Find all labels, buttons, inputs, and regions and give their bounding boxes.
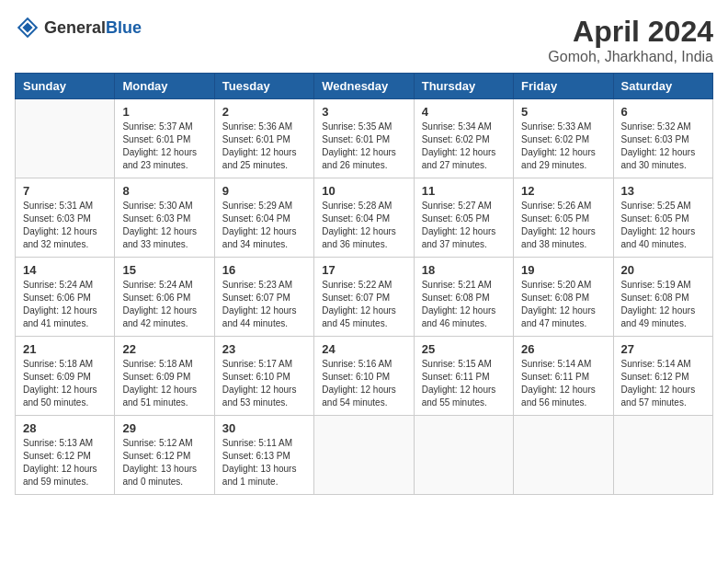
day-number: 11 (422, 184, 506, 198)
day-number: 3 (322, 105, 405, 119)
day-info: Sunrise: 5:26 AMSunset: 6:05 PMDaylight:… (521, 200, 605, 251)
day-info: Sunrise: 5:22 AMSunset: 6:07 PMDaylight:… (322, 279, 405, 330)
calendar-cell: 19Sunrise: 5:20 AMSunset: 6:08 PMDayligh… (514, 258, 613, 337)
day-number: 2 (222, 105, 306, 119)
day-number: 1 (122, 105, 206, 119)
weekday-header-sunday: Sunday (16, 74, 115, 99)
logo: GeneralBlue (15, 15, 142, 40)
logo-icon (15, 15, 40, 40)
logo-text: GeneralBlue (44, 18, 142, 38)
calendar-cell: 30Sunrise: 5:11 AMSunset: 6:13 PMDayligh… (214, 416, 313, 495)
day-number: 10 (322, 184, 405, 198)
day-number: 22 (122, 342, 206, 356)
day-number: 26 (521, 342, 605, 356)
calendar-cell: 26Sunrise: 5:14 AMSunset: 6:11 PMDayligh… (514, 337, 613, 416)
weekday-header-tuesday: Tuesday (214, 74, 313, 99)
calendar-cell: 8Sunrise: 5:30 AMSunset: 6:03 PMDaylight… (115, 178, 214, 258)
calendar-cell: 3Sunrise: 5:35 AMSunset: 6:01 PMDaylight… (314, 99, 414, 178)
title-block: April 2024 Gomoh, Jharkhand, India (548, 15, 713, 65)
day-info: Sunrise: 5:15 AMSunset: 6:11 PMDaylight:… (422, 358, 506, 409)
day-info: Sunrise: 5:30 AMSunset: 6:03 PMDaylight:… (122, 200, 206, 251)
calendar-cell: 18Sunrise: 5:21 AMSunset: 6:08 PMDayligh… (414, 258, 513, 337)
day-info: Sunrise: 5:37 AMSunset: 6:01 PMDaylight:… (122, 121, 206, 172)
day-number: 29 (122, 421, 206, 435)
day-info: Sunrise: 5:14 AMSunset: 6:12 PMDaylight:… (621, 358, 705, 409)
main-title: April 2024 (548, 15, 713, 49)
calendar-cell: 27Sunrise: 5:14 AMSunset: 6:12 PMDayligh… (613, 337, 712, 416)
weekday-header-wednesday: Wednesday (314, 74, 414, 99)
day-number: 7 (23, 184, 107, 198)
calendar-cell: 2Sunrise: 5:36 AMSunset: 6:01 PMDaylight… (214, 99, 313, 178)
day-number: 27 (621, 342, 705, 356)
week-row-5: 28Sunrise: 5:13 AMSunset: 6:12 PMDayligh… (16, 416, 713, 495)
calendar-cell (16, 99, 115, 178)
day-info: Sunrise: 5:36 AMSunset: 6:01 PMDaylight:… (222, 121, 306, 172)
calendar-cell: 1Sunrise: 5:37 AMSunset: 6:01 PMDaylight… (115, 99, 214, 178)
calendar-cell: 25Sunrise: 5:15 AMSunset: 6:11 PMDayligh… (414, 337, 513, 416)
day-info: Sunrise: 5:21 AMSunset: 6:08 PMDaylight:… (422, 279, 506, 330)
calendar-cell: 7Sunrise: 5:31 AMSunset: 6:03 PMDaylight… (16, 178, 115, 258)
day-info: Sunrise: 5:18 AMSunset: 6:09 PMDaylight:… (122, 358, 206, 409)
day-info: Sunrise: 5:14 AMSunset: 6:11 PMDaylight:… (521, 358, 605, 409)
calendar-cell: 4Sunrise: 5:34 AMSunset: 6:02 PMDaylight… (414, 99, 513, 178)
day-info: Sunrise: 5:28 AMSunset: 6:04 PMDaylight:… (322, 200, 405, 251)
day-number: 18 (422, 263, 506, 277)
day-number: 28 (23, 421, 107, 435)
weekday-header-friday: Friday (514, 74, 613, 99)
day-number: 4 (422, 105, 506, 119)
day-info: Sunrise: 5:18 AMSunset: 6:09 PMDaylight:… (23, 358, 107, 409)
calendar-cell (613, 416, 712, 495)
week-row-2: 7Sunrise: 5:31 AMSunset: 6:03 PMDaylight… (16, 178, 713, 258)
day-number: 9 (222, 184, 306, 198)
day-info: Sunrise: 5:24 AMSunset: 6:06 PMDaylight:… (23, 279, 107, 330)
day-info: Sunrise: 5:11 AMSunset: 6:13 PMDaylight:… (222, 437, 306, 488)
weekday-header-thursday: Thursday (414, 74, 513, 99)
calendar-cell (514, 416, 613, 495)
day-number: 25 (422, 342, 506, 356)
calendar-cell: 5Sunrise: 5:33 AMSunset: 6:02 PMDaylight… (514, 99, 613, 178)
day-info: Sunrise: 5:34 AMSunset: 6:02 PMDaylight:… (422, 121, 506, 172)
calendar-cell: 11Sunrise: 5:27 AMSunset: 6:05 PMDayligh… (414, 178, 513, 258)
day-number: 8 (122, 184, 206, 198)
calendar-cell: 28Sunrise: 5:13 AMSunset: 6:12 PMDayligh… (16, 416, 115, 495)
weekday-header-monday: Monday (115, 74, 214, 99)
day-number: 6 (621, 105, 705, 119)
day-number: 5 (521, 105, 605, 119)
day-info: Sunrise: 5:33 AMSunset: 6:02 PMDaylight:… (521, 121, 605, 172)
calendar-cell (314, 416, 414, 495)
day-number: 12 (521, 184, 605, 198)
day-info: Sunrise: 5:25 AMSunset: 6:05 PMDaylight:… (621, 200, 705, 251)
week-row-4: 21Sunrise: 5:18 AMSunset: 6:09 PMDayligh… (16, 337, 713, 416)
day-info: Sunrise: 5:20 AMSunset: 6:08 PMDaylight:… (521, 279, 605, 330)
day-number: 23 (222, 342, 306, 356)
calendar-cell: 14Sunrise: 5:24 AMSunset: 6:06 PMDayligh… (16, 258, 115, 337)
day-number: 16 (222, 263, 306, 277)
week-row-1: 1Sunrise: 5:37 AMSunset: 6:01 PMDaylight… (16, 99, 713, 178)
day-info: Sunrise: 5:19 AMSunset: 6:08 PMDaylight:… (621, 279, 705, 330)
day-number: 30 (222, 421, 306, 435)
day-number: 15 (122, 263, 206, 277)
day-number: 20 (621, 263, 705, 277)
calendar-cell: 9Sunrise: 5:29 AMSunset: 6:04 PMDaylight… (214, 178, 313, 258)
subtitle: Gomoh, Jharkhand, India (548, 49, 713, 65)
calendar-cell: 22Sunrise: 5:18 AMSunset: 6:09 PMDayligh… (115, 337, 214, 416)
weekday-header-row: SundayMondayTuesdayWednesdayThursdayFrid… (16, 74, 713, 99)
day-info: Sunrise: 5:29 AMSunset: 6:04 PMDaylight:… (222, 200, 306, 251)
calendar-cell: 13Sunrise: 5:25 AMSunset: 6:05 PMDayligh… (613, 178, 712, 258)
day-number: 21 (23, 342, 107, 356)
day-info: Sunrise: 5:24 AMSunset: 6:06 PMDaylight:… (122, 279, 206, 330)
calendar-table: SundayMondayTuesdayWednesdayThursdayFrid… (15, 73, 713, 495)
day-info: Sunrise: 5:17 AMSunset: 6:10 PMDaylight:… (222, 358, 306, 409)
day-number: 17 (322, 263, 405, 277)
calendar-cell: 24Sunrise: 5:16 AMSunset: 6:10 PMDayligh… (314, 337, 414, 416)
page-header: GeneralBlue April 2024 Gomoh, Jharkhand,… (15, 15, 713, 65)
week-row-3: 14Sunrise: 5:24 AMSunset: 6:06 PMDayligh… (16, 258, 713, 337)
calendar-cell: 10Sunrise: 5:28 AMSunset: 6:04 PMDayligh… (314, 178, 414, 258)
calendar-cell: 23Sunrise: 5:17 AMSunset: 6:10 PMDayligh… (214, 337, 313, 416)
day-info: Sunrise: 5:13 AMSunset: 6:12 PMDaylight:… (23, 437, 107, 488)
weekday-header-saturday: Saturday (613, 74, 712, 99)
day-info: Sunrise: 5:16 AMSunset: 6:10 PMDaylight:… (322, 358, 405, 409)
day-info: Sunrise: 5:35 AMSunset: 6:01 PMDaylight:… (322, 121, 405, 172)
calendar-cell: 15Sunrise: 5:24 AMSunset: 6:06 PMDayligh… (115, 258, 214, 337)
calendar-cell: 12Sunrise: 5:26 AMSunset: 6:05 PMDayligh… (514, 178, 613, 258)
